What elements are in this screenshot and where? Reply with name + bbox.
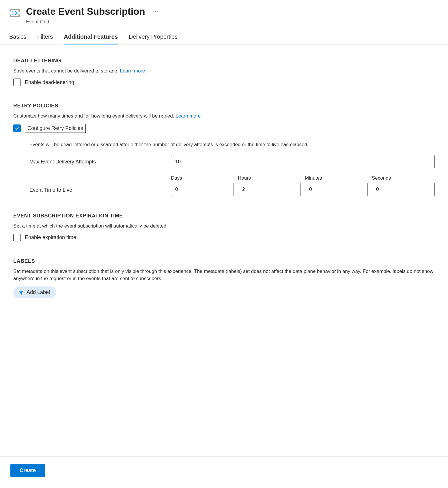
svg-rect-3 (18, 9, 20, 12)
configure-retry-policies-checkbox[interactable] (13, 124, 21, 132)
ttl-minutes-label: Minutes (305, 175, 368, 181)
retry-policies-info: Events will be dead-lettered or discarde… (29, 141, 435, 148)
footer-bar: Create (0, 456, 448, 488)
tab-filters[interactable]: Filters (37, 33, 53, 44)
section-labels: LABELS Set metadata on this event subscr… (13, 258, 435, 298)
svg-rect-1 (10, 16, 20, 17)
labels-title: LABELS (13, 258, 435, 264)
dead-lettering-desc-text: Save events that cannot be delivered to … (13, 68, 120, 74)
retry-policies-title: RETRY POLICIES (13, 103, 435, 109)
ttl-hours-label: Hours (238, 175, 301, 181)
expiration-title: EVENT SUBSCRIPTION EXPIRATION TIME (13, 213, 435, 219)
page-subtitle: Event Grid (26, 19, 159, 25)
tab-basics[interactable]: Basics (9, 33, 26, 44)
event-grid-icon (9, 7, 21, 19)
dead-lettering-learn-more-link[interactable]: Learn more (120, 68, 145, 74)
labels-desc: Set metadata on this event subscription … (13, 268, 435, 282)
enable-expiration-checkbox[interactable] (13, 234, 21, 241)
tab-bar: Basics Filters Additional Features Deliv… (0, 25, 448, 44)
ttl-days-input[interactable] (171, 183, 234, 196)
enable-dead-lettering-label: Enable dead-lettering (25, 79, 74, 85)
svg-rect-4 (10, 14, 11, 17)
ttl-seconds-input[interactable] (372, 183, 435, 196)
page-header: Create Event Subscription ··· Event Grid (0, 0, 448, 25)
tab-additional-features[interactable]: Additional Features (64, 33, 118, 44)
ttl-label: Event Time to Live (29, 187, 171, 196)
ttl-seconds-label: Seconds (372, 175, 435, 181)
svg-point-7 (12, 14, 13, 15)
ttl-hours-input[interactable] (238, 183, 301, 196)
svg-rect-2 (10, 9, 11, 12)
max-attempts-label: Max Event Delivery Attempts (29, 159, 171, 165)
svg-point-6 (12, 11, 13, 12)
svg-rect-0 (10, 9, 20, 10)
more-icon[interactable]: ··· (153, 8, 159, 15)
dead-lettering-desc: Save events that cannot be delivered to … (13, 67, 435, 75)
dead-lettering-title: DEAD-LETTERING (13, 58, 435, 64)
enable-dead-lettering-checkbox[interactable] (13, 79, 21, 86)
create-button[interactable]: Create (10, 464, 45, 477)
retry-policies-desc: Customize how many times and for how lon… (13, 112, 435, 120)
svg-rect-5 (18, 14, 20, 17)
retry-policies-learn-more-link[interactable]: Learn more (176, 113, 201, 119)
add-filter-icon (18, 290, 23, 295)
add-label-button[interactable]: Add Label (13, 286, 56, 298)
section-retry-policies: RETRY POLICIES Customize how many times … (13, 103, 435, 196)
add-label-text: Add Label (27, 289, 50, 295)
content-area: DEAD-LETTERING Save events that cannot b… (0, 44, 448, 456)
tab-delivery-properties[interactable]: Delivery Properties (129, 33, 178, 44)
enable-expiration-label: Enable expiration time (25, 234, 76, 241)
expiration-desc: Set a time at which the event subscripti… (13, 222, 435, 230)
section-dead-lettering: DEAD-LETTERING Save events that cannot b… (13, 58, 435, 86)
ttl-minutes-input[interactable] (305, 183, 368, 196)
ttl-days-label: Days (171, 175, 234, 181)
page-title: Create Event Subscription (26, 6, 145, 17)
retry-policies-desc-text: Customize how many times and for how lon… (13, 113, 176, 119)
section-expiration: EVENT SUBSCRIPTION EXPIRATION TIME Set a… (13, 213, 435, 241)
configure-retry-policies-label: Configure Retry Policies (25, 124, 86, 133)
max-attempts-input[interactable] (171, 155, 435, 168)
